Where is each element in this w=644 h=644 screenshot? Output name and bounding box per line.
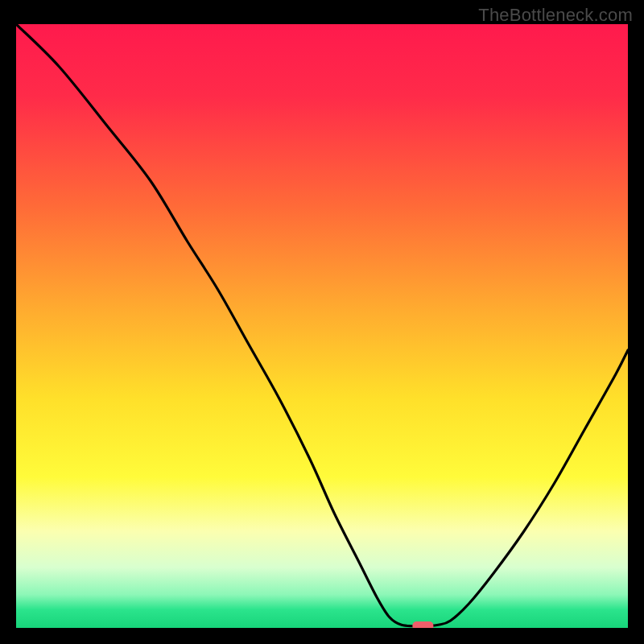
- bottleneck-chart: [16, 24, 628, 628]
- watermark-text: TheBottleneck.com: [478, 5, 633, 26]
- chart-background: [16, 24, 628, 628]
- optimal-marker: [412, 621, 433, 628]
- chart-frame: TheBottleneck.com: [0, 0, 644, 644]
